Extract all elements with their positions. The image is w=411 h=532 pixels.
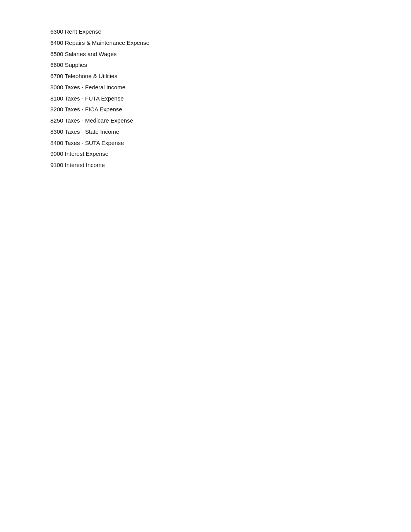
- list-item: 8200 Taxes - FICA Expense: [50, 104, 411, 115]
- list-item: 6400 Repairs & Maintenance Expense: [50, 38, 411, 49]
- list-item: 8100 Taxes - FUTA Expense: [50, 93, 411, 104]
- list-item: 8000 Taxes - Federal Income: [50, 82, 411, 93]
- list-item: 6700 Telephone & Utilities: [50, 71, 411, 82]
- list-item: 6300 Rent Expense: [50, 26, 411, 38]
- list-item: 8400 Taxes - SUTA Expense: [50, 138, 411, 149]
- list-item: 8250 Taxes - Medicare Expense: [50, 115, 411, 126]
- list-item: 8300 Taxes - State Income: [50, 126, 411, 138]
- list-item: 9000 Interest Expense: [50, 148, 411, 160]
- list-item: 9100 Interest Income: [50, 160, 411, 171]
- list-item: 6500 Salaries and Wages: [50, 49, 411, 60]
- list-item: 6600 Supplies: [50, 60, 411, 71]
- account-list: 6300 Rent Expense6400 Repairs & Maintena…: [0, 0, 411, 171]
